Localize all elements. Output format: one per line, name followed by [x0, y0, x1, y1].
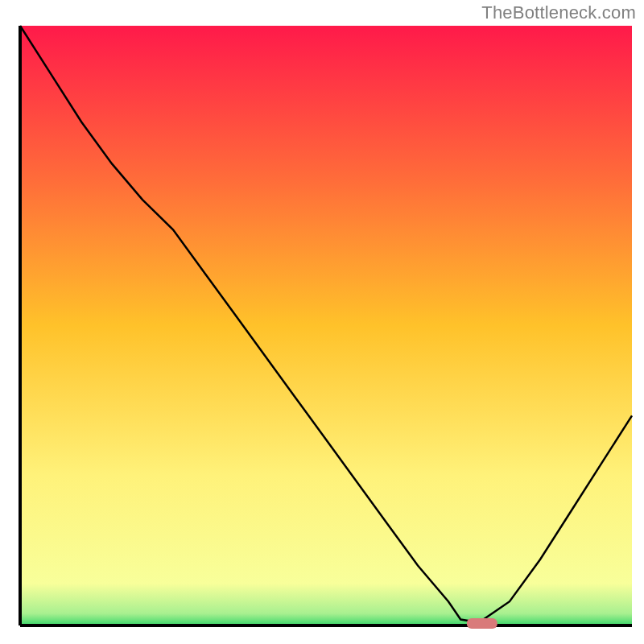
bottleneck-chart — [0, 0, 644, 644]
watermark-text: TheBottleneck.com — [481, 2, 636, 23]
chart-container: { "watermark": "TheBottleneck.com", "col… — [0, 0, 644, 644]
gradient-background — [20, 26, 632, 625]
optimum-marker — [467, 618, 497, 629]
